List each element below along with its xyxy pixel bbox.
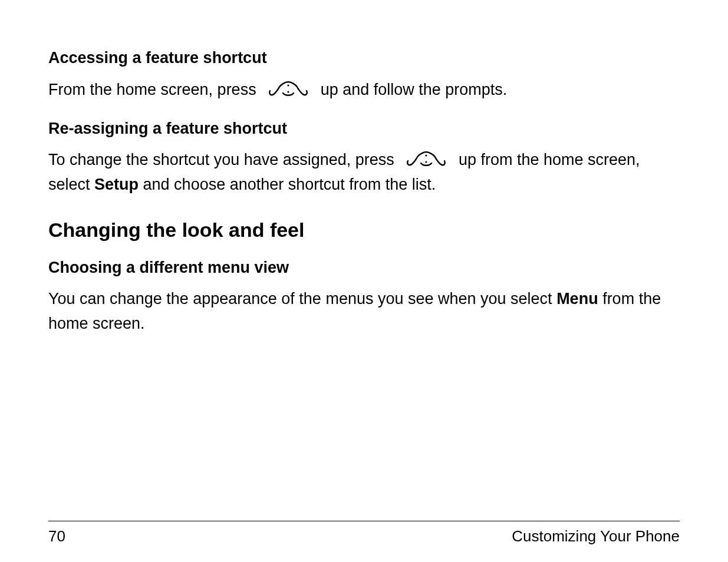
text-bold-setup: Setup: [94, 176, 139, 193]
svg-point-2: [426, 155, 427, 157]
text-fragment: up and follow the prompts.: [321, 81, 508, 98]
svg-point-1: [288, 91, 289, 92]
text-bold-menu: Menu: [556, 290, 598, 308]
footer-rule: [48, 521, 680, 521]
document-page: Accessing a feature shortcut From the ho…: [0, 0, 728, 562]
footer-row: 70 Customizing Your Phone: [48, 527, 680, 546]
page-number: 70: [48, 527, 65, 546]
page-footer: 70 Customizing Your Phone: [48, 521, 680, 546]
heading-choosing-menu-view: Choosing a different menu view: [48, 258, 680, 278]
text-fragment: and choose another shortcut from the lis…: [139, 176, 436, 193]
nav-key-icon: [404, 150, 448, 169]
svg-point-0: [288, 84, 289, 86]
heading-accessing-feature-shortcut: Accessing a feature shortcut: [48, 48, 680, 68]
svg-point-3: [426, 161, 427, 163]
heading-changing-look-and-feel: Changing the look and feel: [48, 217, 680, 243]
paragraph-choosing: You can change the appearance of the men…: [48, 287, 680, 336]
text-fragment: You can change the appearance of the men…: [48, 290, 556, 308]
paragraph-reassigning: To change the shortcut you have assigned…: [48, 148, 680, 197]
paragraph-accessing: From the home screen, press up and follo…: [48, 78, 680, 103]
nav-key-icon: [266, 80, 310, 99]
chapter-title: Customizing Your Phone: [512, 527, 680, 546]
text-fragment: To change the shortcut you have assigned…: [48, 151, 398, 168]
heading-reassigning-feature-shortcut: Re-assigning a feature shortcut: [48, 119, 680, 139]
text-fragment: From the home screen, press: [48, 81, 261, 98]
